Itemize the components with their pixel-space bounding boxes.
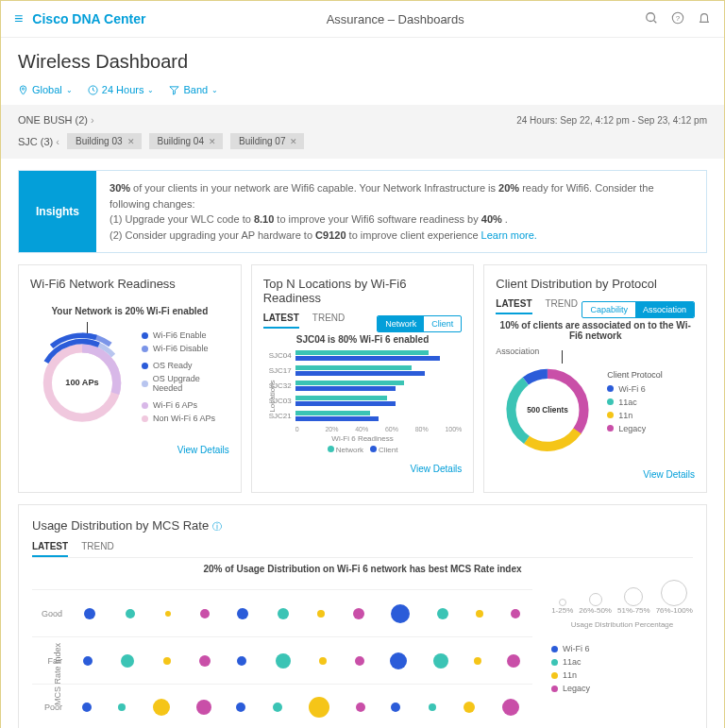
svg-line-1 (654, 20, 657, 23)
card-title: Usage Distribution by MCS Rate ⓘ (32, 518, 693, 533)
view-details-link[interactable]: View Details (411, 464, 463, 474)
chevron-down-icon: ⌄ (211, 86, 218, 94)
legend: Wi-Fi6 Enable Wi-Fi6 Disable OS Ready OS… (142, 330, 229, 427)
learn-more-link[interactable]: Learn more. (481, 229, 537, 241)
chip-building[interactable]: Building 04✕ (149, 133, 223, 149)
svg-text:500 Clients: 500 Clients (528, 406, 569, 415)
search-icon[interactable] (645, 11, 658, 27)
card-topn-locations: Top N Locations by Wi-Fi6 Readiness LATE… (251, 264, 475, 493)
filter-location[interactable]: Global ⌄ (18, 84, 73, 95)
close-icon[interactable]: ✕ (127, 137, 135, 146)
chart-subtitle: SJC04 is 80% Wi-Fi 6 enabled (263, 334, 463, 345)
close-icon[interactable]: ✕ (209, 137, 216, 146)
info-icon[interactable]: ⓘ (212, 521, 222, 532)
close-icon[interactable]: ✕ (290, 137, 297, 146)
svg-text:?: ? (676, 13, 681, 22)
help-icon[interactable]: ? (671, 11, 684, 27)
page-title: Wireless Dashboard (18, 51, 707, 73)
pill-client[interactable]: Client (424, 316, 461, 331)
tab-latest[interactable]: LATEST (496, 298, 531, 314)
insights-label: Insights (19, 171, 96, 252)
card-network-readiness: Wi-Fi6 Network Readiness Your Network is… (18, 264, 242, 493)
card-title: Wi-Fi6 Network Readiness (30, 277, 229, 291)
tab-latest[interactable]: LATEST (32, 541, 68, 557)
chevron-left-icon: ‹ (56, 136, 59, 147)
time-range: 24 Hours: Sep 22, 4:12 pm - Sep 23, 4:12… (516, 115, 707, 126)
pill-group: Capability Association (582, 301, 695, 318)
brand[interactable]: Cisco DNA Center (32, 11, 145, 26)
chart-subtitle: 10% of clients are associated on to the … (496, 320, 695, 341)
svg-text:100 APs: 100 APs (65, 378, 98, 387)
chevron-right-icon: › (91, 114, 94, 126)
chart-subtitle: 20% of Usage Distribution on Wi-Fi 6 net… (32, 564, 693, 574)
insights-banner: Insights 30% of your clients in your net… (18, 170, 707, 253)
card-usage-distribution: Usage Distribution by MCS Rate ⓘ LATEST … (18, 504, 707, 728)
insights-body: 30% of your clients in your network are … (96, 171, 706, 252)
filter-time[interactable]: 24 Hours ⌄ (88, 84, 155, 95)
pill-network[interactable]: Network (378, 316, 424, 331)
legend: Client Protocol Wi-Fi 6 11ac 11n Legacy (607, 370, 663, 437)
chevron-down-icon: ⌄ (66, 86, 73, 94)
card-client-distribution: Client Distribution by Protocol LATEST T… (483, 264, 707, 493)
chip-building[interactable]: Building 03✕ (67, 133, 141, 149)
card-title: Client Distribution by Protocol (496, 277, 695, 291)
tab-latest[interactable]: LATEST (263, 313, 299, 329)
chart-subtitle: Your Network is 20% Wi-Fi enabled (30, 306, 229, 316)
pill-group: Network Client (377, 315, 462, 332)
svg-point-4 (22, 88, 24, 90)
donut-chart: 100 APs (30, 322, 134, 435)
pill-association[interactable]: Association (635, 302, 694, 317)
size-legend: 1-25% 26%-50% 51%-75% 76%-100% (551, 580, 693, 615)
tab-trend[interactable]: TREND (546, 298, 578, 314)
tab-trend[interactable]: TREND (312, 313, 345, 329)
legend: Wi-Fi 6 11ac 11n Legacy (551, 644, 693, 693)
card-title: Top N Locations by Wi-Fi6 Readiness (263, 277, 463, 305)
donut-chart: 500 Clients (496, 347, 599, 460)
site-breadcrumb[interactable]: ONE BUSH (2) › (18, 114, 94, 126)
site-breadcrumb-child[interactable]: SJC (3) ‹ (18, 136, 59, 147)
hbar-chart: Locations SJC04 SJC17 SJC32 SJC03 SJC21 … (263, 350, 463, 454)
chevron-down-icon: ⌄ (147, 86, 154, 94)
tab-trend[interactable]: TREND (81, 541, 113, 557)
chip-building[interactable]: Building 07✕ (230, 133, 304, 149)
breadcrumb-title: Assurance – Dashboards (145, 12, 645, 26)
notifications-icon[interactable] (698, 11, 711, 27)
view-details-link[interactable]: View Details (643, 469, 695, 480)
svg-point-0 (647, 12, 655, 21)
view-details-link[interactable]: View Details (177, 445, 229, 455)
filter-band[interactable]: Band ⌄ (169, 84, 218, 95)
bubble-chart: GoodFairPoor (32, 589, 532, 728)
menu-icon[interactable]: ≡ (14, 10, 23, 27)
pill-capability[interactable]: Capability (582, 302, 635, 317)
